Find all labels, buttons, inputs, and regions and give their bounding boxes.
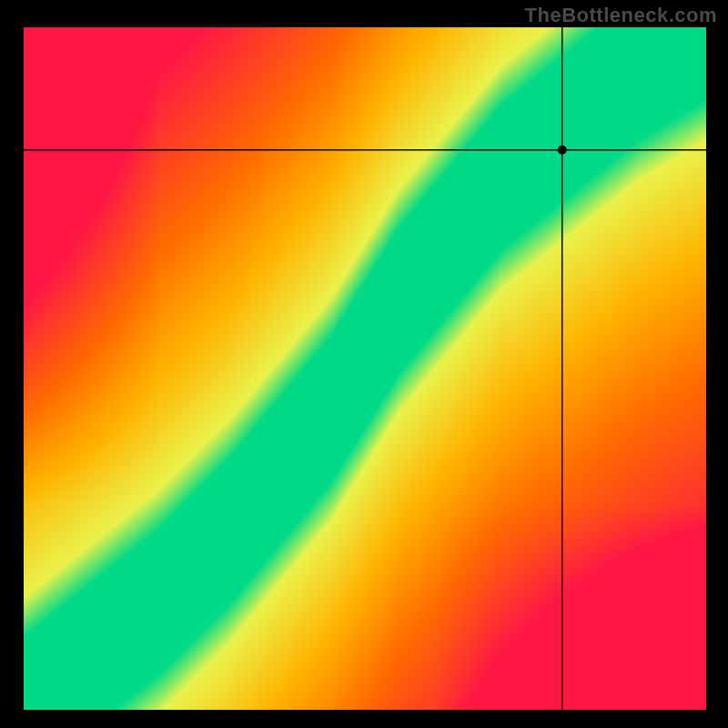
bottleneck-heatmap (24, 27, 706, 710)
watermark-label: TheBottleneck.com (525, 4, 717, 27)
